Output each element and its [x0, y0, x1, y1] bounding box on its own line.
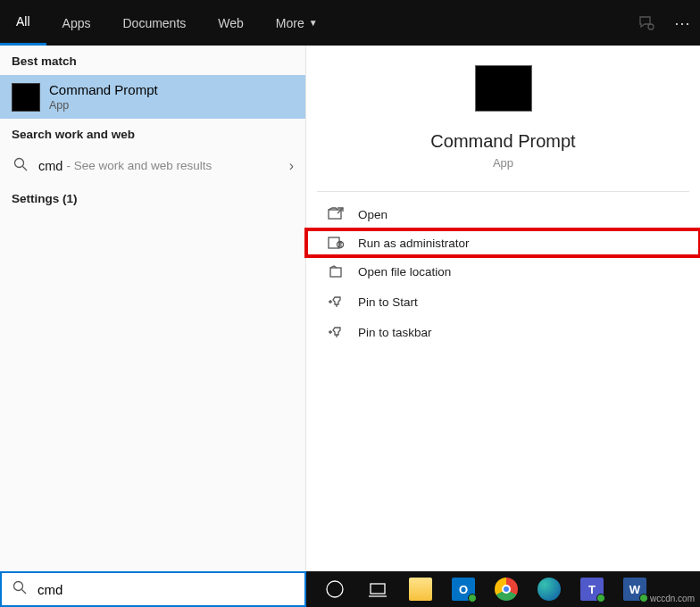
svg-point-5 [339, 242, 341, 244]
web-result-hint: - See work and web results [66, 159, 212, 172]
search-panel: Best match Command Prompt App Search wor… [0, 46, 700, 571]
svg-point-1 [15, 159, 24, 168]
search-icon [12, 157, 29, 174]
preview-subtitle: App [306, 156, 700, 170]
action-run-admin-label: Run as administrator [358, 237, 470, 250]
taskbar-outlook[interactable]: O [442, 571, 485, 607]
taskbar-file-explorer[interactable] [399, 571, 442, 607]
section-best-match: Best match [0, 46, 305, 75]
action-run-admin[interactable]: Run as administrator [306, 229, 700, 256]
tab-more[interactable]: More ▼ [260, 0, 334, 46]
taskbar-chrome[interactable] [485, 571, 528, 607]
tab-documents[interactable]: Documents [106, 0, 202, 46]
action-pin-start-label: Pin to Start [358, 295, 418, 309]
search-box[interactable] [0, 571, 306, 607]
action-open-label: Open [358, 208, 388, 221]
result-title: Command Prompt [49, 82, 158, 97]
more-options-icon[interactable]: ⋯ [664, 0, 700, 46]
svg-point-7 [14, 582, 23, 591]
chevron-down-icon: ▼ [309, 18, 318, 28]
svg-rect-6 [330, 268, 341, 277]
cmd-icon [12, 83, 40, 112]
admin-icon [326, 235, 346, 251]
web-result-term: cmd [38, 159, 62, 173]
result-command-prompt[interactable]: Command Prompt App [0, 75, 305, 119]
tab-web[interactable]: Web [202, 0, 260, 46]
tab-apps[interactable]: Apps [46, 0, 107, 46]
cortana-button[interactable] [313, 571, 356, 607]
preview-title: Command Prompt [306, 131, 700, 152]
action-pin-start[interactable]: Pin to Start [306, 287, 700, 317]
divider [317, 191, 689, 192]
action-open-file-loc-label: Open file location [358, 265, 451, 279]
taskbar-edge[interactable] [528, 571, 571, 607]
svg-point-8 [327, 581, 343, 597]
search-input[interactable] [38, 582, 304, 597]
task-view-button[interactable] [356, 571, 399, 607]
taskbar: O T W [306, 571, 700, 607]
pin-taskbar-icon [326, 324, 346, 340]
results-pane: Best match Command Prompt App Search wor… [0, 46, 306, 571]
action-pin-taskbar-label: Pin to taskbar [358, 326, 432, 339]
watermark: wccdn.com [650, 594, 695, 603]
section-settings[interactable]: Settings (1) [0, 183, 305, 212]
svg-point-0 [648, 24, 654, 29]
svg-rect-9 [371, 584, 385, 594]
bottom-bar: O T W [0, 571, 700, 607]
chevron-right-icon: › [289, 158, 294, 174]
action-open[interactable]: Open [306, 199, 700, 229]
tab-all[interactable]: All [0, 0, 46, 46]
web-result-cmd[interactable]: cmd - See work and web results › [0, 148, 305, 183]
action-pin-taskbar[interactable]: Pin to taskbar [306, 317, 700, 347]
filter-tabbar: All Apps Documents Web More ▼ ⋯ [0, 0, 700, 46]
action-open-file-location[interactable]: Open file location [306, 256, 700, 287]
open-icon [326, 206, 346, 222]
result-subtitle: App [49, 99, 158, 112]
taskbar-teams[interactable]: T [571, 571, 613, 607]
search-icon [2, 580, 38, 598]
feedback-icon[interactable] [629, 0, 664, 46]
tab-more-label: More [276, 16, 304, 30]
folder-icon [326, 263, 346, 279]
preview-pane: Command Prompt App Open Run as administr… [306, 46, 700, 571]
app-thumbnail [475, 65, 532, 112]
pin-start-icon [326, 294, 346, 310]
section-search-web: Search work and web [0, 119, 305, 148]
